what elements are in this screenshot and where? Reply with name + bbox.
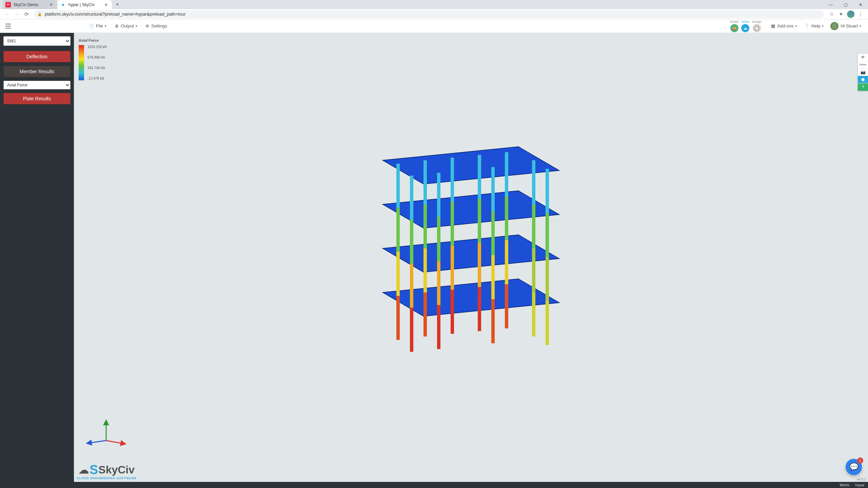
cube-icon: ⬢ <box>861 77 865 82</box>
mode-design[interactable]: Design 📋 <box>752 20 762 32</box>
mode-solve[interactable]: Solve ☁ <box>741 20 749 32</box>
color-legend: Axial Force 1026.159 kN 679.946 kN 333.7… <box>79 38 107 80</box>
svg-rect-29 <box>437 261 440 305</box>
close-icon[interactable]: ✕ <box>104 2 108 7</box>
project-name[interactable]: hypar <box>855 483 865 487</box>
document-icon: 📋 <box>753 24 761 32</box>
svg-rect-26 <box>532 248 535 292</box>
toolbar-menu-left: 📄 File ▾ 🖥 Output ▾ ⚙ Settings <box>85 21 171 30</box>
svg-rect-24 <box>478 243 481 287</box>
addons-menu[interactable]: ▦ Add-ons ▾ <box>768 21 800 30</box>
close-icon[interactable]: ✕ <box>49 2 54 7</box>
svg-rect-2 <box>423 160 427 204</box>
maximize-button[interactable]: ▢ <box>838 0 853 9</box>
browser-address-bar: ← → ⟳ 🔒 platform.skyciv.com/structural?p… <box>0 9 868 19</box>
chevron-down-icon: ▾ <box>795 24 797 28</box>
result-type-select[interactable]: Axial Force <box>3 81 71 89</box>
svg-rect-7 <box>546 169 549 213</box>
browser-tabs: H SkyCiv Demo ✕ ◆ hypar | SkyCiv ✕ + <box>0 0 122 9</box>
deflection-button[interactable]: Deflection <box>3 51 71 62</box>
legend-tick: 333.734 kN <box>87 66 107 70</box>
svg-rect-14 <box>478 199 481 243</box>
svg-rect-10 <box>491 167 495 211</box>
close-window-button[interactable]: ✕ <box>853 0 868 9</box>
settings-menu[interactable]: ⚙ Settings <box>141 21 171 30</box>
cloud-icon: ☁ <box>741 24 749 32</box>
svg-rect-35 <box>505 284 508 328</box>
mode-model[interactable]: Model 🚚 <box>730 20 739 32</box>
output-label: Output <box>121 23 134 28</box>
file-label: File <box>96 23 103 28</box>
favicon-icon: ◆ <box>60 2 66 7</box>
browser-tab-active[interactable]: ◆ hypar | SkyCiv ✕ <box>58 0 112 9</box>
svg-rect-31 <box>396 296 400 340</box>
forward-button[interactable]: → <box>12 9 22 19</box>
svg-rect-4 <box>478 155 481 199</box>
browser-right-icons: ☆ ✦ ⋮ <box>827 9 865 19</box>
legend-tick: 679.946 kN <box>87 56 107 59</box>
units-toggle[interactable]: Metric <box>840 483 850 487</box>
legend-ticks: 1026.159 kN 679.946 kN 333.734 kN -12.47… <box>87 45 107 80</box>
screenshot-tool[interactable]: 📷 <box>858 68 868 76</box>
new-tab-button[interactable]: + <box>113 0 122 9</box>
user-avatar <box>830 22 839 30</box>
question-icon: ? <box>862 85 864 89</box>
views-tool[interactable]: Views <box>858 61 868 68</box>
kebab-menu-icon[interactable]: ⋮ <box>856 11 865 17</box>
help-tool[interactable]: ? <box>858 83 868 91</box>
legend-tick: -12.479 kN <box>87 77 107 80</box>
chevron-down-icon: ▾ <box>105 24 106 28</box>
chat-badge: 1 <box>857 458 863 464</box>
logo-subtitle: CLOUD ENGINEERING SOFTWARE <box>77 476 137 480</box>
svg-rect-37 <box>546 301 549 345</box>
svg-rect-25 <box>505 240 508 284</box>
version-label: v4.9.1 <box>857 477 866 481</box>
camera-icon: 📷 <box>861 70 866 75</box>
chevron-down-icon: ▾ <box>822 24 824 28</box>
legend-title: Axial Force <box>79 38 107 42</box>
viewport-3d[interactable]: Axial Force 1026.159 kN 679.946 kN 333.7… <box>74 33 868 482</box>
url-field[interactable]: 🔒 platform.skyciv.com/structural?preload… <box>34 10 824 18</box>
app-toolbar: 📄 File ▾ 🖥 Output ▾ ⚙ Settings Model 🚚 S… <box>0 19 868 33</box>
help-menu[interactable]: ❔ Help ▾ <box>801 21 827 30</box>
plate-results-button[interactable]: Plate Results <box>3 93 71 104</box>
file-menu[interactable]: 📄 File ▾ <box>85 21 111 30</box>
svg-rect-6 <box>532 160 535 204</box>
svg-rect-11 <box>396 208 400 252</box>
sidebar-toggle-button[interactable] <box>3 21 13 31</box>
profile-avatar[interactable] <box>847 11 854 18</box>
minimize-button[interactable]: — <box>823 0 838 9</box>
chat-button[interactable]: 💬 1 <box>846 459 862 475</box>
file-icon: 📄 <box>89 24 94 28</box>
extensions-icon[interactable]: ✦ <box>836 9 846 19</box>
output-menu[interactable]: 🖥 Output ▾ <box>111 21 141 30</box>
user-menu[interactable]: Hi Stuart ▾ <box>827 20 865 32</box>
reload-button[interactable]: ⟳ <box>22 9 31 19</box>
svg-rect-5 <box>505 152 508 196</box>
chat-icon: 💬 <box>849 463 859 471</box>
star-icon[interactable]: ☆ <box>827 9 836 19</box>
svg-rect-33 <box>451 290 454 334</box>
help-icon: ❔ <box>804 23 809 28</box>
cloud-icon: ☁ <box>79 464 89 476</box>
member-results-button[interactable]: Member Results <box>3 66 71 77</box>
browser-tab-inactive[interactable]: H SkyCiv Demo ✕ <box>3 0 57 9</box>
load-case-select[interactable]: SW1 <box>3 36 71 46</box>
window-controls: — ▢ ✕ <box>823 0 868 9</box>
svg-rect-40 <box>491 299 495 343</box>
visibility-tool[interactable]: 👁 <box>858 54 868 61</box>
cube-tool[interactable]: ⬢ <box>858 76 868 83</box>
svg-rect-16 <box>532 204 535 248</box>
back-button[interactable]: ← <box>3 9 12 19</box>
grid-icon: ▦ <box>771 23 775 28</box>
browser-tab-strip: H SkyCiv Demo ✕ ◆ hypar | SkyCiv ✕ + — ▢… <box>0 0 868 9</box>
svg-rect-30 <box>491 255 495 299</box>
user-greeting: Hi Stuart <box>841 23 858 28</box>
svg-rect-3 <box>451 158 454 202</box>
gear-icon: ⚙ <box>145 24 149 28</box>
svg-rect-32 <box>423 292 427 337</box>
mode-switcher: Model 🚚 Solve ☁ Design 📋 <box>729 20 763 32</box>
truck-icon: 🚚 <box>730 24 738 32</box>
svg-rect-1 <box>396 164 400 208</box>
axis-gizmo[interactable] <box>84 418 128 448</box>
